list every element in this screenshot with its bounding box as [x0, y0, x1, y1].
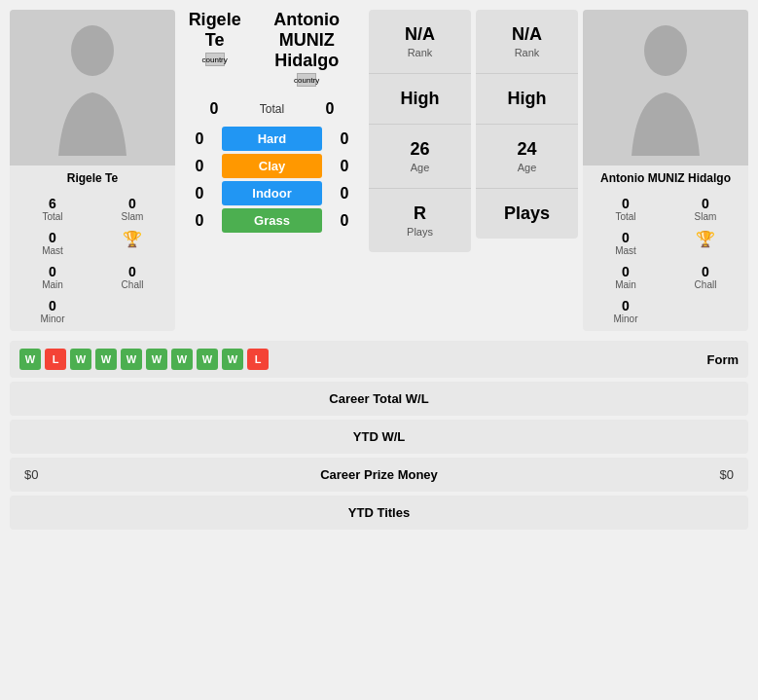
- player2-silhouette: [622, 19, 709, 156]
- player1-header: Rigele Te country: [180, 10, 249, 66]
- player2-trophy: 🏆: [667, 227, 744, 259]
- player2-minor: 0 Minor: [587, 295, 665, 327]
- player1-name: Rigele Te: [10, 166, 175, 189]
- clay-button[interactable]: Clay: [222, 154, 322, 178]
- player1-avatar: [10, 10, 175, 166]
- surface-rows: 0 Hard 0 0 Clay 0 0 Indoor 0 0 Grass: [180, 127, 364, 233]
- player1-flag: country: [205, 53, 225, 66]
- indoor-p2: 0: [330, 185, 359, 203]
- player2-name: Antonio MUNIZ Hidalgo: [583, 166, 748, 189]
- total-row: 0 Total 0: [180, 96, 364, 122]
- total-p1: 0: [199, 100, 229, 118]
- player2-mast: 0 Mast: [587, 227, 665, 259]
- grass-p1: 0: [185, 212, 214, 230]
- form-badge-w: W: [222, 349, 243, 370]
- age-box-p2: 24 Age: [476, 125, 578, 189]
- total-p2: 0: [315, 100, 344, 118]
- player2-prize: $0: [720, 467, 734, 482]
- player1-total: 6 Total: [14, 193, 91, 225]
- form-badge-w: W: [121, 349, 142, 370]
- clay-row: 0 Clay 0: [185, 154, 359, 178]
- career-prize-row: $0 Career Prize Money $0: [10, 458, 748, 492]
- player1-name-center: Rigele Te: [180, 10, 249, 51]
- plays-box-p2: Plays: [476, 189, 578, 239]
- names-top-row: Rigele Te country Antonio MUNIZ Hidalgo …: [180, 10, 364, 87]
- form-label: Form: [707, 352, 740, 367]
- player1-stats: 6 Total 0 Slam 0 Mast 🏆 0 Main: [10, 189, 175, 331]
- player1-silhouette: [49, 19, 136, 156]
- player2-card: Antonio MUNIZ Hidalgo 0 Total 0 Slam 0 M…: [583, 10, 748, 331]
- player2-flag: country: [297, 73, 316, 87]
- hard-row: 0 Hard 0: [185, 127, 359, 151]
- player1-minor: 0 Minor: [14, 295, 91, 327]
- ytd-titles-row: YTD Titles: [10, 496, 748, 530]
- grass-row: 0 Grass 0: [185, 208, 359, 233]
- clay-p1: 0: [185, 158, 214, 175]
- player1-trophy: 🏆: [93, 227, 171, 259]
- player1-card: Rigele Te 6 Total 0 Slam 0 Mast 🏆: [10, 10, 175, 331]
- career-wl-row: Career Total W/L: [10, 382, 748, 416]
- form-badge-l: L: [247, 349, 269, 370]
- center-stats-p2: N/A Rank High 24 Age Plays: [476, 10, 578, 239]
- hard-p1: 0: [185, 130, 214, 148]
- player2-name-line1: Antonio MUNIZ: [249, 10, 364, 51]
- svg-point-0: [71, 25, 114, 76]
- indoor-button[interactable]: Indoor: [222, 181, 322, 205]
- top-section: Rigele Te 6 Total 0 Slam 0 Mast 🏆: [10, 10, 748, 331]
- player1-flag-row: country: [205, 53, 225, 66]
- form-section: WLWWWWWWWL Form: [10, 341, 748, 378]
- player1-prize: $0: [24, 467, 38, 482]
- player1-chall: 0 Chall: [93, 261, 171, 293]
- clay-p2: 0: [330, 158, 359, 175]
- rank-box-p2: N/A Rank: [476, 10, 578, 74]
- form-badge-w: W: [95, 349, 117, 370]
- player1-slam: 0 Slam: [93, 193, 171, 225]
- player1-mast: 0 Mast: [14, 227, 91, 259]
- form-badge-w: W: [197, 349, 218, 370]
- form-badges: WLWWWWWWWL: [19, 349, 269, 370]
- form-badge-w: W: [19, 349, 41, 370]
- total-label: Total: [229, 102, 315, 116]
- player2-trophy-icon: 🏆: [668, 230, 742, 248]
- indoor-p1: 0: [185, 185, 214, 203]
- ytd-wl-row: YTD W/L: [10, 420, 748, 454]
- career-prize-label: Career Prize Money: [320, 467, 438, 482]
- player2-slam: 0 Slam: [667, 193, 744, 225]
- player2-header: Antonio MUNIZ Hidalgo country: [249, 10, 364, 87]
- svg-point-1: [644, 25, 687, 76]
- player2-main: 0 Main: [587, 261, 665, 293]
- main-container: Rigele Te 6 Total 0 Slam 0 Mast 🏆: [0, 0, 758, 543]
- center-stats-p1: N/A Rank High 26 Age R Plays: [369, 10, 471, 252]
- player2-avatar: [583, 10, 748, 166]
- indoor-row: 0 Indoor 0: [185, 181, 359, 205]
- hard-p2: 0: [330, 130, 359, 148]
- player2-chall: 0 Chall: [667, 261, 744, 293]
- form-badge-w: W: [70, 349, 91, 370]
- player2-stats: 0 Total 0 Slam 0 Mast 🏆 0 Main: [583, 189, 748, 331]
- player2-total: 0 Total: [587, 193, 665, 225]
- rank-box-p1: N/A Rank: [369, 10, 471, 74]
- player2-flag-row: country: [297, 73, 316, 87]
- player2-name-line2: Hidalgo: [274, 51, 339, 71]
- middle-section: Rigele Te country Antonio MUNIZ Hidalgo …: [180, 10, 364, 233]
- form-badge-w: W: [146, 349, 167, 370]
- high-box-p2: High: [476, 74, 578, 125]
- age-box-p1: 26 Age: [369, 125, 471, 189]
- grass-button[interactable]: Grass: [222, 208, 322, 233]
- high-box-p1: High: [369, 74, 471, 125]
- form-badge-w: W: [171, 349, 193, 370]
- grass-p2: 0: [330, 212, 359, 230]
- player1-trophy-icon: 🏆: [95, 230, 169, 248]
- form-badge-l: L: [45, 349, 66, 370]
- plays-box-p1: R Plays: [369, 189, 471, 252]
- hard-button[interactable]: Hard: [222, 127, 322, 151]
- player1-main: 0 Main: [14, 261, 91, 293]
